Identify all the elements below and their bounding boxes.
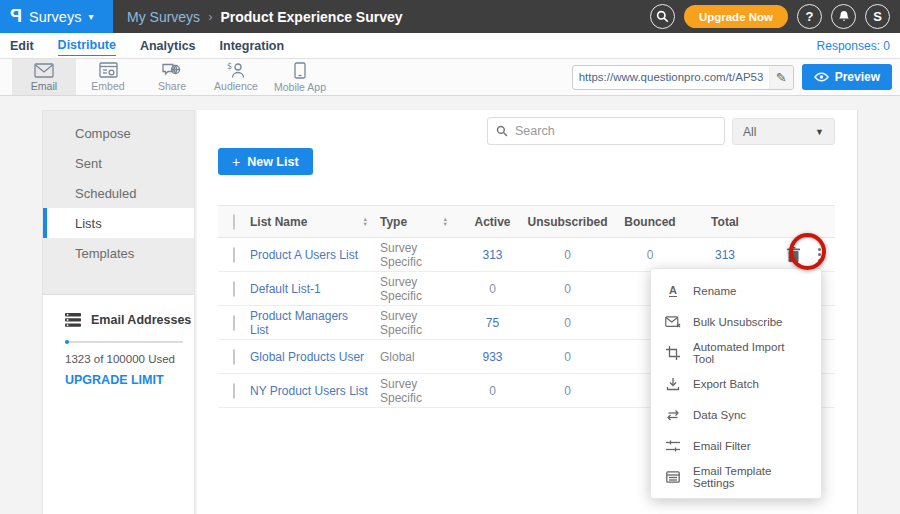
menu-item-label: Email Filter — [693, 440, 751, 452]
sidebar-item-templates[interactable]: Templates — [43, 238, 194, 268]
unsubscribed-count[interactable]: 0 — [525, 350, 610, 364]
sidebar-item-sent[interactable]: Sent — [43, 148, 194, 178]
unsubscribed-count[interactable]: 0 — [525, 282, 610, 296]
active-count[interactable]: 0 — [460, 282, 525, 296]
list-type: Survey Specific — [380, 275, 460, 303]
select-all-checkbox[interactable] — [233, 214, 235, 230]
tool-mobile-app[interactable]: Mobile App — [268, 59, 332, 95]
row-checkbox[interactable] — [233, 315, 235, 331]
col-type: Type — [380, 215, 407, 229]
email-usage-text: 1323 of 100000 Used — [65, 353, 194, 365]
menu-item-label: Automated Import Tool — [693, 341, 807, 365]
email-addresses-section: Email Addresses 1323 of 100000 Used UPGR… — [43, 294, 194, 387]
unsubscribed-count[interactable]: 0 — [525, 248, 610, 262]
survey-tabs-bar: Edit Distribute Analytics Integration Re… — [0, 33, 900, 59]
preview-button[interactable]: Preview — [802, 64, 892, 90]
topnav-actions: Upgrade Now ? S — [650, 4, 900, 29]
tool-label: Mobile App — [274, 81, 326, 93]
tab-integration[interactable]: Integration — [220, 36, 285, 56]
email-sidebar: Compose Sent Scheduled Lists Templates E… — [42, 110, 195, 514]
page: P Surveys ▾ My Surveys › Product Experie… — [0, 0, 900, 514]
new-list-label: New List — [247, 155, 298, 169]
upgrade-now-button[interactable]: Upgrade Now — [684, 5, 788, 28]
audience-icon: $ — [226, 62, 246, 78]
list-name-link[interactable]: Product Managers List — [250, 309, 368, 337]
active-count[interactable]: 75 — [460, 316, 525, 330]
row-checkbox[interactable] — [233, 281, 235, 297]
sidebar-item-compose[interactable]: Compose — [43, 118, 194, 148]
edit-url-button[interactable]: ✎ — [769, 66, 793, 89]
sidebar-item-scheduled[interactable]: Scheduled — [43, 178, 194, 208]
list-name-link[interactable]: Product A Users List — [250, 248, 358, 262]
sidebar-item-label: Compose — [75, 126, 131, 141]
filter-sliders-icon — [665, 438, 681, 454]
active-count[interactable]: 0 — [460, 384, 525, 398]
menu-item-label: Bulk Unsubscribe — [693, 316, 782, 328]
distribute-toolbar: Email Embed Share $ Audience Mobile App — [0, 59, 900, 96]
pencil-icon: ✎ — [776, 70, 787, 85]
plus-icon: + — [232, 154, 240, 170]
list-name-link[interactable]: Default List-1 — [250, 282, 321, 296]
col-unsubscribed: Unsubscribed — [525, 215, 610, 229]
tab-distribute[interactable]: Distribute — [58, 35, 116, 56]
total-count[interactable]: 313 — [690, 248, 760, 262]
chevron-down-icon: ▾ — [88, 11, 93, 22]
active-count[interactable]: 313 — [460, 248, 525, 262]
unsubscribed-count[interactable]: 0 — [525, 316, 610, 330]
filter-value: All — [743, 125, 756, 139]
row-checkbox[interactable] — [233, 247, 235, 263]
menu-item-automated-import-tool[interactable]: Automated Import Tool — [651, 337, 821, 368]
menu-item-label: Data Sync — [693, 409, 746, 421]
notifications-button[interactable] — [831, 4, 856, 29]
import-crop-icon — [665, 345, 681, 361]
account-avatar[interactable]: S — [865, 4, 890, 29]
email-usage-progressbar — [65, 341, 183, 343]
row-actions-menu-button[interactable] — [814, 244, 825, 266]
sidebar-menu: Compose Sent Scheduled Lists Templates — [43, 111, 194, 294]
mobile-icon — [294, 62, 306, 79]
new-list-button[interactable]: + New List — [218, 148, 313, 175]
menu-item-rename[interactable]: A Rename — [651, 275, 821, 306]
breadcrumb-my-surveys[interactable]: My Surveys — [127, 9, 200, 25]
unsubscribed-count[interactable]: 0 — [525, 384, 610, 398]
list-filter-dropdown[interactable]: All ▼ — [732, 118, 835, 145]
search-button[interactable] — [650, 4, 675, 29]
tab-analytics[interactable]: Analytics — [140, 36, 196, 56]
product-name: Surveys — [29, 9, 81, 25]
menu-item-bulk-unsubscribe[interactable]: Bulk Unsubscribe — [651, 306, 821, 337]
menu-item-data-sync[interactable]: Data Sync — [651, 399, 821, 430]
active-count[interactable]: 933 — [460, 350, 525, 364]
tool-share[interactable]: Share — [140, 59, 204, 95]
tool-email[interactable]: Email — [12, 59, 76, 95]
menu-item-export-batch[interactable]: Export Batch — [651, 368, 821, 399]
row-checkbox[interactable] — [233, 349, 235, 365]
surveys-product-switcher[interactable]: P Surveys ▾ — [0, 0, 113, 33]
tool-audience[interactable]: $ Audience — [204, 59, 268, 95]
list-name-link[interactable]: NY Product Users List — [250, 384, 368, 398]
menu-item-email-filter[interactable]: Email Filter — [651, 430, 821, 461]
survey-url-input[interactable] — [573, 71, 769, 83]
row-checkbox[interactable] — [233, 383, 235, 399]
delete-list-button[interactable] — [787, 247, 800, 262]
tab-edit[interactable]: Edit — [10, 36, 34, 56]
bounced-count[interactable]: 0 — [610, 248, 690, 262]
sort-icon[interactable]: ▲▼ — [363, 217, 368, 227]
rename-icon: A — [665, 283, 681, 299]
list-name-link[interactable]: Global Products User — [250, 350, 364, 364]
tool-label: Email — [31, 80, 57, 92]
sidebar-item-label: Scheduled — [75, 186, 136, 201]
search-icon — [656, 10, 669, 23]
list-search-input[interactable] — [515, 124, 716, 138]
responses-count[interactable]: Responses: 0 — [817, 39, 890, 53]
tool-embed[interactable]: Embed — [76, 59, 140, 95]
sidebar-item-lists[interactable]: Lists — [43, 208, 194, 238]
sidebar-item-label: Templates — [75, 246, 134, 261]
breadcrumb: My Surveys › Product Experience Survey — [127, 9, 403, 25]
table-header-row: List Name▲▼ Type▲▼ Active Unsubscribed B… — [218, 205, 835, 238]
sidebar-item-label: Sent — [75, 156, 102, 171]
sort-icon[interactable]: ▲▼ — [443, 217, 448, 227]
upgrade-limit-link[interactable]: UPGRADE LIMIT — [65, 373, 194, 387]
menu-item-email-template-settings[interactable]: Email Template Settings — [651, 461, 821, 492]
sidebar-item-label: Lists — [75, 216, 102, 231]
help-button[interactable]: ? — [797, 4, 822, 29]
